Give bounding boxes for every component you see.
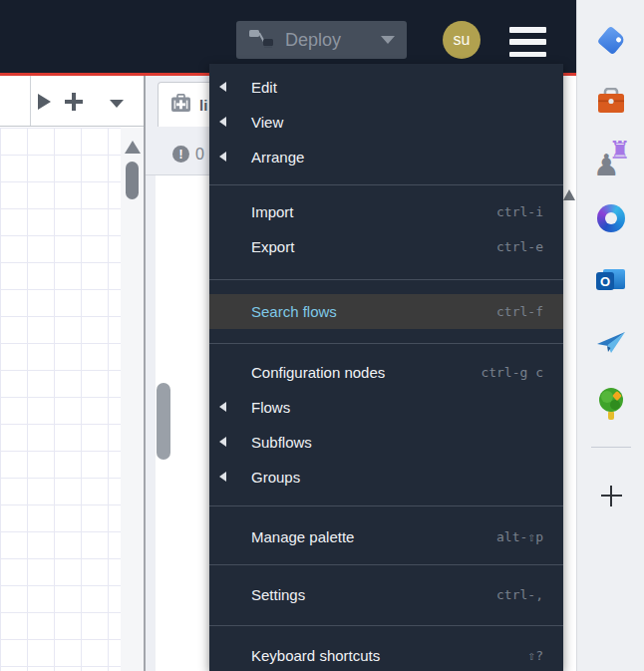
menu-item-edit[interactable]: Edit <box>209 70 563 105</box>
shortcut-hint: alt-⇧p <box>496 529 543 544</box>
deploy-options-chevron-down-icon[interactable] <box>381 36 395 44</box>
panel-right-scrollbar[interactable] <box>562 76 576 671</box>
sidebar-item-tree[interactable] <box>591 386 631 426</box>
submenu-arrow-icon <box>219 82 226 92</box>
shortcut-hint: ctrl-g c <box>481 365 543 380</box>
menu-item-flows[interactable]: Flows <box>209 390 563 425</box>
menu-item-keyboard-shortcuts[interactable]: Keyboard shortcuts ⇧? <box>209 638 563 671</box>
panel-scrollbar-thumb[interactable] <box>157 383 170 460</box>
sidebar-item-paper-plane[interactable] <box>591 324 631 364</box>
sidebar-item-chess[interactable]: ♜♟ <box>591 139 631 178</box>
chess-pieces-icon: ♜♟ <box>593 141 629 176</box>
tab-scroll-right-button[interactable] <box>38 94 51 110</box>
sidebar-divider <box>591 447 631 448</box>
shortcut-hint: ctrl-, <box>496 587 543 602</box>
plus-icon <box>601 486 622 506</box>
hamburger-menu-icon <box>509 27 546 33</box>
menu-item-arrange[interactable]: Arrange <box>209 140 563 174</box>
tab-bar-separator <box>30 76 31 126</box>
panel-tab-label: li <box>199 97 207 114</box>
shortcut-hint: ctrl-e <box>496 239 543 254</box>
flow-canvas-grid[interactable] <box>0 128 121 671</box>
submenu-arrow-icon <box>219 472 226 482</box>
outlook-icon: O <box>596 267 626 295</box>
deploy-icon <box>248 27 275 53</box>
exclamation-circle-icon: ! <box>172 146 189 163</box>
issue-count: 0 <box>195 146 204 164</box>
shortcut-hint: ⇧? <box>527 648 543 663</box>
menu-item-configuration-nodes[interactable]: Configuration nodes ctrl-g c <box>209 355 563 390</box>
submenu-arrow-icon <box>219 152 226 162</box>
panel-scrollbar-up-button[interactable] <box>563 189 575 200</box>
sidebar-add-button[interactable] <box>591 476 631 515</box>
menu-item-settings[interactable]: Settings ctrl-, <box>209 577 563 612</box>
shortcut-hint: ctrl-i <box>496 204 543 219</box>
add-flow-button[interactable] <box>65 93 83 111</box>
canvas-scrollbar[interactable] <box>121 128 144 671</box>
tag-icon <box>596 25 626 55</box>
user-avatar-initials: su <box>454 31 471 49</box>
main-menu-button[interactable] <box>509 27 546 57</box>
shortcut-hint: ctrl-f <box>496 304 543 319</box>
medkit-icon <box>170 94 191 117</box>
menu-item-subflows[interactable]: Subflows <box>209 425 563 460</box>
menu-item-groups[interactable]: Groups <box>209 460 563 495</box>
node-red-app: Deploy su li ! <box>0 0 644 671</box>
menu-item-manage-palette[interactable]: Manage palette alt-⇧p <box>209 519 563 554</box>
sidebar-item-toolbox[interactable] <box>591 83 631 123</box>
deploy-button-label: Deploy <box>285 30 341 51</box>
canvas-scrollbar-thumb[interactable] <box>126 162 139 199</box>
browser-sidebar: ♜♟ O <box>576 0 644 671</box>
submenu-arrow-icon <box>219 117 226 127</box>
toolbox-icon <box>596 88 626 119</box>
canvas-scrollbar-up-button[interactable] <box>125 141 141 154</box>
flow-list-chevron-down-icon[interactable] <box>110 100 124 108</box>
user-avatar[interactable]: su <box>443 21 481 59</box>
menu-item-export[interactable]: Export ctrl-e <box>209 229 563 264</box>
menu-item-view[interactable]: View <box>209 105 563 140</box>
sidebar-item-outlook[interactable]: O <box>591 261 631 301</box>
sidebar-item-shopping-tag[interactable] <box>591 20 631 60</box>
menu-item-search-flows[interactable]: Search flows ctrl-f <box>209 294 563 329</box>
main-dropdown-menu: Edit View Arrange Import ctrl-i Export c… <box>209 64 563 671</box>
menu-item-import[interactable]: Import ctrl-i <box>209 194 563 229</box>
submenu-arrow-icon <box>219 437 226 447</box>
deploy-button[interactable]: Deploy <box>236 21 407 59</box>
tree-icon <box>595 386 627 426</box>
microsoft-365-icon <box>597 204 625 232</box>
sidebar-item-microsoft-365[interactable] <box>591 198 631 238</box>
submenu-arrow-icon <box>219 402 226 412</box>
paper-plane-icon <box>596 329 626 359</box>
